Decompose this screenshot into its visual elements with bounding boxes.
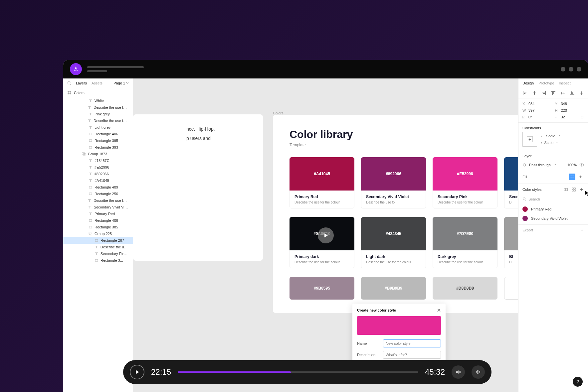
desc-input[interactable] <box>383 351 441 359</box>
color-library-frame[interactable]: Color library Template #A41045Primary Re… <box>273 115 518 313</box>
layer-item[interactable]: Rectangle 408 <box>63 217 133 224</box>
layer-item[interactable]: Rectangle 395 <box>63 137 133 144</box>
layer-label: Rectangle 408 <box>95 218 118 222</box>
plus-icon[interactable] <box>579 187 584 192</box>
layer-item[interactable]: Pink grey <box>63 111 133 117</box>
eye-icon[interactable] <box>579 163 584 167</box>
color-swatch[interactable]: #7D7E80Dark greyDescribe the use for the… <box>433 217 497 268</box>
window-dot[interactable] <box>577 67 581 71</box>
layers-list[interactable]: WhiteDescribe the use for ...Pink greyDe… <box>63 97 133 392</box>
progress-track[interactable] <box>178 371 418 373</box>
tab-inspect[interactable]: Inspect <box>559 81 570 85</box>
color-swatch[interactable]: #18457CSecondary BlueD <box>504 157 518 208</box>
align-bottom-icon[interactable] <box>570 91 575 95</box>
layer-item[interactable]: White <box>63 97 133 104</box>
window-controls[interactable] <box>561 67 581 71</box>
grid-icon[interactable] <box>571 187 576 192</box>
rotation-value[interactable]: 0° <box>528 115 532 119</box>
svg-point-14 <box>523 164 526 166</box>
layer-item[interactable]: Secondary Vivid Violet <box>63 204 133 210</box>
h-constraint[interactable]: ↔Scale <box>540 134 560 138</box>
search-icon[interactable] <box>67 81 71 85</box>
canvas-play-overlay[interactable] <box>318 227 334 243</box>
color-swatch[interactable]: #E52996Secondary PinkDescribe the use fo… <box>433 157 497 208</box>
layer-item[interactable]: Secondary Pin... <box>63 250 133 257</box>
layer-item[interactable]: Rectangle 287 <box>63 237 133 244</box>
window-dot[interactable] <box>569 67 573 71</box>
layer-item[interactable]: Light grey <box>63 124 133 131</box>
frame-label[interactable]: Colors <box>273 111 284 115</box>
align-left-icon[interactable] <box>522 91 527 95</box>
tab-layers[interactable]: Layers <box>76 81 87 85</box>
library-icon[interactable] <box>563 187 568 192</box>
swatch-color: #7D7E80 <box>433 217 497 250</box>
tab-design[interactable]: Design <box>522 81 534 85</box>
w-value[interactable]: 397 <box>528 108 534 112</box>
add-fill-button[interactable] <box>577 174 584 180</box>
app-logo[interactable] <box>70 63 82 75</box>
layer-item[interactable]: Group 1873 <box>63 151 133 157</box>
color-preview <box>357 316 441 335</box>
canvas[interactable]: Colors nce, Hip-Hop, p users and Color l… <box>133 78 518 392</box>
layer-item[interactable]: Group 225 <box>63 230 133 237</box>
distribute-icon[interactable] <box>579 91 584 95</box>
layer-item[interactable]: Rectangle 385 <box>63 224 133 230</box>
opacity-value[interactable]: 100% <box>567 163 577 167</box>
layer-item[interactable]: Rectangle 409 <box>63 184 133 191</box>
fullscreen-button[interactable] <box>472 365 485 379</box>
color-swatch[interactable]: #FFFFFF <box>504 277 518 300</box>
style-item[interactable]: Primary Red <box>518 204 588 214</box>
layer-item[interactable]: Describe the us... <box>63 244 133 250</box>
layer-item[interactable]: Primary Red <box>63 210 133 217</box>
layer-item[interactable]: Rectangle 406 <box>63 131 133 137</box>
tab-prototype[interactable]: Prototype <box>538 81 554 85</box>
layer-item[interactable]: Rectangle 256 <box>63 191 133 197</box>
color-swatch[interactable]: #9B8595 <box>290 277 354 300</box>
name-input[interactable] <box>383 339 441 347</box>
style-item[interactable]: Secondary Vivid Violet <box>518 214 588 223</box>
y-value[interactable]: 348 <box>561 102 567 106</box>
layer-item[interactable]: #18457C <box>63 157 133 164</box>
align-vcenter-icon[interactable] <box>560 91 565 95</box>
layer-item[interactable]: Describe the use for ... <box>63 104 133 111</box>
play-icon <box>322 232 329 239</box>
layer-item[interactable]: #A41045 <box>63 177 133 184</box>
play-button[interactable] <box>130 365 144 379</box>
color-swatch[interactable]: BlD <box>504 217 518 268</box>
color-swatch[interactable]: #D8D8D8 <box>433 277 497 300</box>
close-icon[interactable] <box>437 308 441 312</box>
color-swatch[interactable]: #B9B9B9 <box>361 277 426 300</box>
radius-value[interactable]: 32 <box>561 115 565 119</box>
style-search[interactable]: Search <box>518 195 588 203</box>
volume-button[interactable] <box>452 365 465 379</box>
v-constraint[interactable]: ↕Scale <box>540 141 560 145</box>
colors-header[interactable]: Colors <box>63 88 133 97</box>
constraints-box: + ↔Scale ↕Scale <box>518 132 588 151</box>
layer-item[interactable]: Describe the use for ... <box>63 197 133 204</box>
layer-item[interactable]: Rectangle 393 <box>63 144 133 151</box>
layer-item[interactable]: Rectangle 3... <box>63 257 133 264</box>
color-swatch[interactable]: #424345Light darkDescribe the use for th… <box>361 217 426 268</box>
plus-icon[interactable] <box>580 228 584 232</box>
layer-item[interactable]: #892066 <box>63 171 133 177</box>
h-value[interactable]: 220 <box>561 108 567 112</box>
color-swatch[interactable]: #0A0C10Primary darkDescribe the use for … <box>290 217 354 268</box>
align-right-icon[interactable] <box>541 91 546 95</box>
x-value[interactable]: 984 <box>528 102 534 106</box>
layer-item[interactable]: Describe the use for ... <box>63 117 133 124</box>
constraints-widget[interactable]: + <box>522 132 537 147</box>
tab-assets[interactable]: Assets <box>92 81 102 85</box>
page-selector[interactable]: Page 1 <box>113 81 129 85</box>
color-swatch[interactable]: #A41045Primary RedDescribe the use for t… <box>290 157 354 208</box>
align-top-icon[interactable] <box>551 91 556 95</box>
help-button[interactable]: ? <box>573 377 583 387</box>
rect-icon <box>89 145 93 149</box>
right-tabs: Design Prototype Inspect <box>518 78 588 88</box>
layer-item[interactable]: #E52996 <box>63 164 133 171</box>
expand-icon[interactable] <box>580 115 584 119</box>
align-hcenter-icon[interactable] <box>532 91 537 95</box>
window-dot[interactable] <box>561 67 565 71</box>
blend-mode[interactable]: Pass through <box>529 163 551 167</box>
style-button[interactable] <box>569 174 575 180</box>
color-swatch[interactable]: #892066Secondary Vivid VioletDescribe th… <box>361 157 426 208</box>
